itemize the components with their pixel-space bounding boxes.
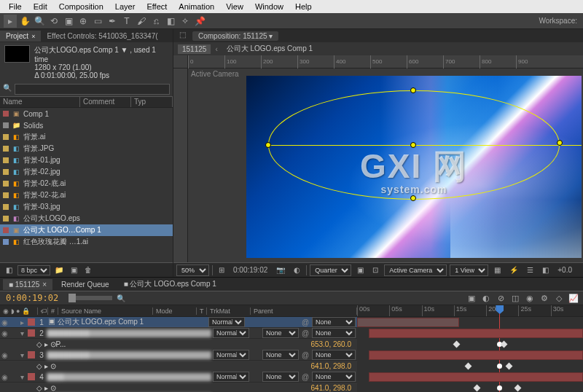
layer-property-position[interactable]: ◇ ▸ ⊙ P...653.0, 260.0: [0, 339, 357, 350]
current-timecode[interactable]: 0:00:19:02: [0, 293, 64, 303]
list-item[interactable]: ◧背景-02-底.ai: [0, 178, 173, 189]
delete-button[interactable]: 🗑: [82, 264, 94, 276]
zoom-slider[interactable]: [69, 296, 112, 300]
list-item[interactable]: ▣Comp 1: [0, 108, 173, 119]
hide-shy-button[interactable]: ⊘: [494, 291, 507, 305]
list-item[interactable]: ◧红色玫瑰花瓣 …1.ai: [0, 236, 173, 248]
path-anchor[interactable]: [265, 142, 271, 148]
timeline-tab-render-queue[interactable]: Render Queue: [55, 279, 115, 290]
list-item[interactable]: ◧背景-03.jpg: [0, 201, 173, 213]
keyframe[interactable]: [464, 363, 472, 370]
pen-tool[interactable]: ✒: [106, 15, 119, 28]
menu-layer[interactable]: Layer: [109, 2, 141, 11]
new-comp-button[interactable]: ▣: [68, 264, 79, 276]
col-type[interactable]: Typ: [131, 97, 173, 107]
timeline-layer[interactable]: ◉ ▸ 1 ▣ 公司大 LOGO.eps Comp 1 Normal @ Non…: [0, 317, 357, 328]
zoom-select[interactable]: 50%: [176, 264, 209, 276]
snapshot-button[interactable]: 📷: [273, 265, 288, 275]
fast-preview-button[interactable]: ⚡: [506, 265, 521, 275]
timeline-layer[interactable]: ◉ ▾ 3 ████████ Normal None @ None: [0, 350, 357, 361]
menu-window[interactable]: Window: [249, 2, 289, 11]
auto-keyframe-button[interactable]: ◇: [552, 291, 566, 305]
parent-select[interactable]: None: [312, 317, 356, 327]
camera-select[interactable]: Active Camera: [384, 264, 447, 276]
list-item[interactable]: 📁Solids: [0, 119, 173, 131]
timeline-tab[interactable]: ■ 公司大 LOGO.eps Comp 1: [118, 278, 222, 291]
list-item[interactable]: ◧背景.ai: [0, 131, 173, 143]
list-item[interactable]: ◧背景-01.jpg: [0, 154, 173, 166]
selection-tool[interactable]: ▸: [4, 15, 17, 28]
motion-blur-button[interactable]: ◉: [523, 291, 536, 305]
hand-tool[interactable]: ✋: [18, 15, 31, 28]
rotate-tool[interactable]: ⟲: [47, 15, 60, 28]
timeline-tracks[interactable]: 00s 05s 10s 15s 20s 25s 30s: [357, 305, 583, 392]
pixel-aspect-button[interactable]: ▦: [491, 265, 504, 275]
tab-effect-controls[interactable]: Effect Controls: 5410036_163347(: [41, 31, 163, 42]
keyframe[interactable]: [514, 385, 522, 392]
layer-bar[interactable]: [369, 350, 584, 360]
list-item[interactable]: ◧背景-02-花.ai: [0, 189, 173, 201]
grid-toggle[interactable]: ⊞: [216, 265, 227, 275]
path-anchor[interactable]: [410, 195, 416, 201]
layer-bar[interactable]: [369, 329, 584, 338]
layer-bar[interactable]: [369, 372, 584, 382]
comp-flowchart-button[interactable]: ◧: [539, 265, 552, 275]
layer-bar[interactable]: [357, 318, 459, 327]
menu-animation[interactable]: Animation: [173, 2, 220, 11]
layer-property-position[interactable]: ◇ ▸ ⊙ 641.0, 298.0: [0, 383, 357, 392]
header-trkmat[interactable]: TrkMat: [207, 307, 251, 315]
keyframe[interactable]: [453, 341, 461, 348]
keyframe[interactable]: [505, 363, 512, 370]
clone-tool[interactable]: ⎌: [149, 15, 163, 28]
tab-project[interactable]: Project×: [0, 31, 41, 42]
keyframe[interactable]: [497, 364, 502, 369]
eraser-tool[interactable]: ◧: [164, 15, 177, 28]
parent-select[interactable]: None: [312, 328, 356, 338]
new-folder-button[interactable]: 📁: [53, 264, 65, 276]
trkmat-select[interactable]: None: [262, 372, 299, 382]
composition-canvas[interactable]: GXI 网 system.com: [246, 76, 582, 258]
camera-tool[interactable]: ▣: [62, 15, 75, 28]
trkmat-select[interactable]: None: [262, 328, 299, 338]
list-item[interactable]: ◧公司大LOGO.eps: [0, 213, 173, 224]
bpc-select[interactable]: 8 bpc: [17, 265, 50, 275]
timeline-layer[interactable]: ◉ ▾ 4 ███ Normal None @ None: [0, 372, 357, 383]
frame-blend-button[interactable]: ◫: [509, 291, 522, 305]
path-anchor[interactable]: [557, 140, 563, 146]
comp-mini-flowchart[interactable]: ▣: [465, 291, 478, 305]
layer-property-position[interactable]: ◇ ▸ ⊙ 641.0, 298.0: [0, 361, 357, 372]
parent-select[interactable]: None: [312, 372, 356, 382]
views-select[interactable]: 1 View: [450, 264, 488, 276]
blend-mode-select[interactable]: Normal: [208, 317, 245, 327]
menu-edit[interactable]: Edit: [28, 2, 53, 11]
timecode-display[interactable]: 0:00:19:02: [230, 265, 270, 275]
transparency-grid-button[interactable]: ⊡: [369, 265, 381, 275]
time-ruler[interactable]: 00s 05s 10s 15s 20s 25s 30s: [357, 305, 583, 317]
close-icon[interactable]: ×: [31, 33, 35, 40]
parent-select[interactable]: None: [312, 350, 356, 360]
header-source[interactable]: Source Name: [58, 307, 153, 315]
blend-mode-select[interactable]: Normal: [213, 350, 249, 360]
channel-button[interactable]: ◐: [291, 265, 303, 275]
parent-pickwhip[interactable]: @: [300, 318, 310, 326]
zoom-tool[interactable]: 🔍: [33, 15, 46, 28]
graph-editor-button[interactable]: 📈: [567, 291, 580, 305]
parent-pickwhip[interactable]: @: [300, 329, 310, 337]
project-search-input[interactable]: [15, 84, 170, 95]
menu-composition[interactable]: Composition: [53, 2, 109, 11]
interpret-footage-button[interactable]: ◧: [3, 264, 15, 276]
menu-help[interactable]: Help: [289, 2, 318, 11]
comp-nav-icon[interactable]: ⬚: [176, 31, 188, 41]
shape-tool[interactable]: ▭: [91, 15, 104, 28]
draft-3d-button[interactable]: ◐: [480, 291, 493, 305]
puppet-tool[interactable]: 📌: [193, 15, 206, 28]
list-item[interactable]: ◧背景.JPG: [0, 143, 173, 154]
list-item[interactable]: ▣公司大 LOGO…Comp 1: [0, 224, 173, 236]
path-anchor[interactable]: [410, 142, 416, 148]
blend-mode-select[interactable]: Normal: [213, 328, 249, 338]
canvas-area[interactable]: GXI 网 system.com: [188, 68, 583, 262]
list-item[interactable]: ◧背景-02.jpg: [0, 166, 173, 178]
text-tool[interactable]: T: [120, 15, 133, 28]
timeline-tab[interactable]: ■ 151125×: [3, 279, 52, 290]
col-comment[interactable]: Comment: [80, 97, 131, 107]
